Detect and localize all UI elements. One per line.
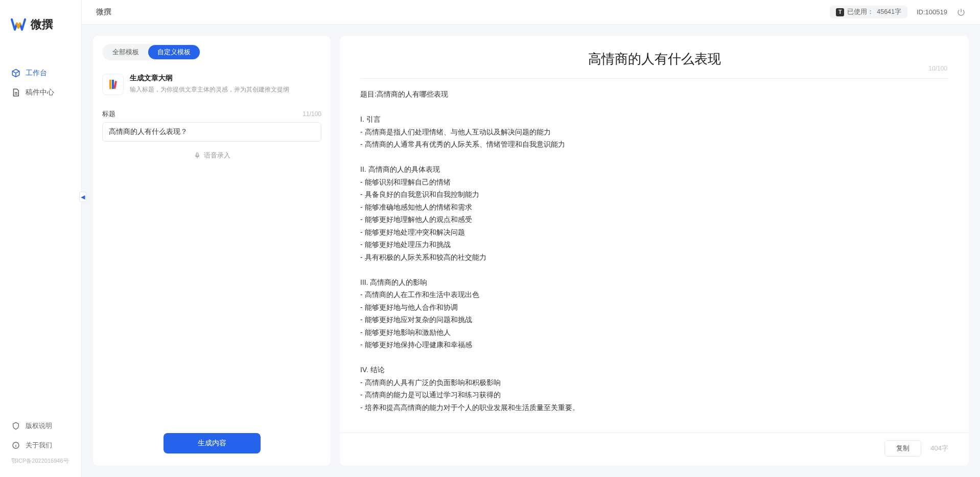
sidebar-item-workspace[interactable]: 工作台 — [0, 63, 81, 83]
logo-text: 微撰 — [31, 17, 53, 32]
template-tabs: 全部模板 自定义模板 — [93, 36, 331, 65]
copy-button[interactable]: 复制 — [884, 440, 921, 457]
page-title: 微撰 — [96, 7, 111, 17]
text-count-icon: T — [836, 8, 844, 16]
sidebar: 微撰 工作台 稿件中心 版权说明 — [0, 0, 82, 477]
template-card: 生成文章大纲 输入标题，为你提供文章主体的灵感，并为其创建推文提纲 — [102, 70, 321, 102]
main: 微撰 T 已使用： 45641字 ID:100519 全部模板 — [82, 0, 980, 477]
left-footer: 生成内容 — [93, 423, 331, 466]
template-desc: 输入标题，为你提供文章主体的灵感，并为其创建推文提纲 — [130, 85, 289, 94]
template-title: 生成文章大纲 — [130, 74, 289, 83]
tab-switch: 全部模板 自定义模板 — [102, 44, 201, 60]
icp-text: 鄂ICP备2022016946号 — [0, 455, 81, 471]
workspace: 全部模板 自定义模板 生成文章大纲 输入标题，为你提供文章主体的灵感，并为其创建… — [82, 25, 980, 477]
user-id: ID:100519 — [917, 8, 947, 16]
sidebar-item-copyright[interactable]: 版权说明 — [0, 416, 81, 436]
usage-prefix: 已使用： — [847, 8, 874, 16]
main-nav: 工作台 稿件中心 — [0, 43, 81, 416]
output-footer: 复制 404字 — [340, 433, 969, 466]
template-icon — [102, 74, 124, 95]
bottom-nav: 版权说明 关于我们 鄂ICP备2022016946号 — [0, 416, 81, 477]
usage-pill[interactable]: T 已使用： 45641字 — [830, 6, 907, 18]
info-icon — [11, 441, 20, 450]
tab-all-templates[interactable]: 全部模板 — [103, 45, 148, 59]
output-panel: 高情商的人有什么表现 10/100 题目:高情商的人有哪些表现 I. 引言 - … — [340, 36, 969, 466]
power-icon[interactable] — [956, 8, 966, 17]
title-counter: 11/100 — [302, 110, 321, 118]
sidebar-item-label: 工作台 — [26, 69, 47, 78]
sidebar-item-label: 版权说明 — [26, 421, 52, 430]
sidebar-item-label: 关于我们 — [26, 441, 52, 450]
output-head: 高情商的人有什么表现 10/100 — [340, 36, 969, 72]
form-title-block: 标题 11/100 — [93, 102, 331, 142]
sidebar-item-about[interactable]: 关于我们 — [0, 436, 81, 455]
topbar: 微撰 T 已使用： 45641字 ID:100519 — [82, 0, 980, 25]
output-body[interactable]: 题目:高情商的人有哪些表现 I. 引言 - 高情商是指人们处理情绪、与他人互动以… — [340, 79, 969, 433]
logo-icon — [10, 16, 27, 33]
sidebar-item-label: 稿件中心 — [26, 88, 54, 97]
voice-input-button[interactable]: 语音录入 — [93, 142, 331, 169]
topbar-right: T 已使用： 45641字 ID:100519 — [830, 6, 966, 18]
input-panel: 全部模板 自定义模板 生成文章大纲 输入标题，为你提供文章主体的灵感，并为其创建… — [93, 36, 331, 466]
sidebar-collapse-button[interactable]: ◀ — [79, 192, 86, 202]
document-icon — [11, 88, 20, 97]
svg-rect-1 — [196, 153, 198, 156]
shield-icon — [11, 421, 20, 430]
sidebar-item-drafts[interactable]: 稿件中心 — [0, 83, 81, 102]
voice-label: 语音录入 — [204, 151, 230, 160]
template-info: 生成文章大纲 输入标题，为你提供文章主体的灵感，并为其创建推文提纲 — [130, 74, 289, 94]
generate-button[interactable]: 生成内容 — [164, 433, 261, 453]
usage-value: 45641字 — [877, 8, 901, 16]
output-title: 高情商的人有什么表现 — [360, 50, 948, 68]
logo: 微撰 — [0, 0, 81, 43]
app-root: 微撰 工作台 稿件中心 版权说明 — [0, 0, 980, 477]
title-label: 标题 — [102, 109, 115, 119]
mic-icon — [194, 152, 201, 159]
label-row: 标题 11/100 — [102, 109, 321, 119]
output-word-count: 404字 — [930, 444, 948, 453]
title-input[interactable] — [102, 122, 321, 142]
chevron-left-icon: ◀ — [81, 194, 85, 200]
tab-custom-templates[interactable]: 自定义模板 — [148, 45, 200, 59]
cube-icon — [11, 69, 20, 78]
output-counter: 10/100 — [928, 65, 947, 72]
